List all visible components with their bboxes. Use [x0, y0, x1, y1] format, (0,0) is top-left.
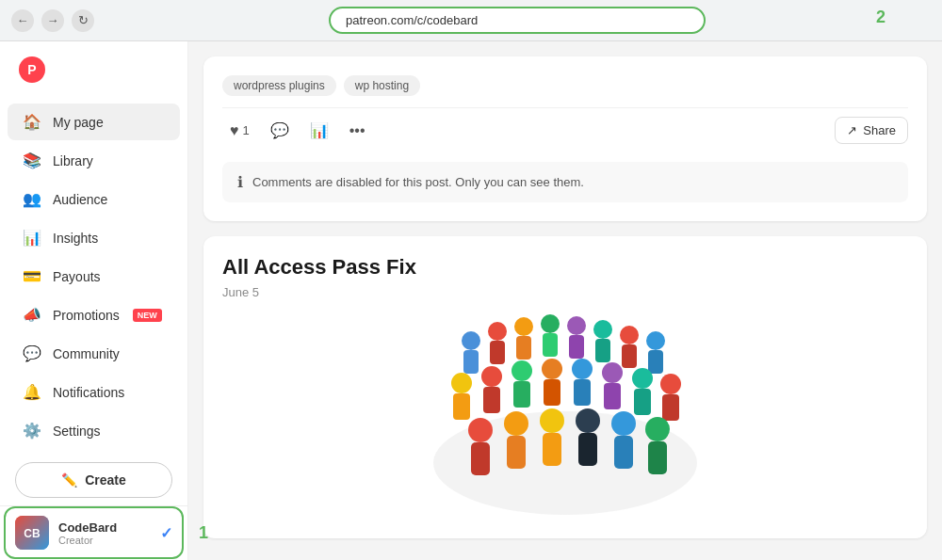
svg-rect-26 — [513, 381, 530, 408]
svg-rect-30 — [574, 379, 591, 406]
svg-point-13 — [567, 316, 586, 335]
comment-button[interactable]: 💬 — [263, 116, 297, 145]
like-icon: ♥ — [230, 122, 239, 139]
svg-rect-24 — [483, 387, 500, 413]
sidebar-item-audience[interactable]: 👥 Audience — [8, 181, 180, 217]
svg-rect-6 — [463, 350, 479, 374]
annotation-2-label: 2 — [876, 8, 885, 27]
svg-point-5 — [462, 331, 480, 350]
sidebar-item-insights[interactable]: 📊 Insights — [8, 219, 180, 256]
sidebar-item-my-page[interactable]: 🏠 My page — [8, 104, 180, 140]
tag-wordpress-plugins[interactable]: wordpress plugins — [222, 75, 336, 96]
svg-rect-10 — [516, 336, 531, 360]
share-button[interactable]: ↗ Share — [835, 117, 908, 144]
sidebar-item-label: Insights — [53, 231, 98, 246]
account-item-creator[interactable]: CB CodeBard Creator ✓ 1 — [0, 506, 187, 559]
sidebar: P 🏠 My page 📚 Library 👥 Audience 📊 Insig… — [0, 41, 188, 560]
sidebar-item-label: Library — [53, 153, 93, 168]
svg-point-41 — [540, 408, 564, 433]
sidebar-item-promotions[interactable]: 📣 Promotions NEW — [8, 296, 180, 333]
account-check-icon: ✓ — [160, 524, 172, 542]
share-label: Share — [863, 123, 896, 137]
create-button[interactable]: ✏️ Create — [15, 462, 172, 498]
more-icon: ••• — [349, 122, 365, 139]
reload-button[interactable]: ↻ — [72, 9, 94, 32]
post-date: June 5 — [222, 285, 908, 299]
stats-button[interactable]: 📊 — [302, 116, 336, 145]
svg-point-33 — [632, 368, 653, 389]
svg-point-27 — [542, 359, 562, 379]
account-role-creator: Creator — [58, 535, 151, 546]
svg-rect-36 — [662, 394, 679, 421]
comments-disabled-banner: ℹ Comments are disabled for this post. O… — [222, 162, 908, 202]
post-card-2: All Access Pass Fix June 5 — [203, 236, 927, 538]
svg-rect-32 — [604, 383, 621, 409]
svg-rect-38 — [471, 442, 490, 475]
svg-point-39 — [504, 411, 528, 436]
svg-point-23 — [481, 366, 502, 387]
payouts-icon: 💳 — [23, 267, 41, 285]
svg-rect-16 — [595, 339, 610, 362]
svg-rect-44 — [578, 433, 597, 466]
sidebar-item-notifications[interactable]: 🔔 Notifications — [8, 374, 180, 410]
svg-point-19 — [646, 331, 665, 350]
main-content: wordpress plugins wp hosting ♥ 1 💬 📊 ••• — [188, 41, 942, 560]
svg-rect-18 — [622, 344, 637, 368]
svg-rect-12 — [543, 333, 558, 357]
insights-icon: 📊 — [23, 229, 41, 247]
sidebar-item-settings[interactable]: ⚙️ Settings — [8, 412, 180, 449]
svg-point-45 — [611, 411, 636, 436]
svg-rect-22 — [453, 393, 470, 420]
address-bar-wrapper — [104, 7, 931, 34]
home-icon: 🏠 — [23, 113, 41, 131]
share-icon: ↗ — [847, 123, 857, 137]
svg-rect-8 — [490, 341, 505, 364]
post-actions: ♥ 1 💬 📊 ••• ↗ Share — [222, 107, 908, 152]
audience-icon: 👥 — [23, 190, 41, 208]
svg-rect-34 — [634, 389, 651, 415]
like-button[interactable]: ♥ 1 — [222, 117, 257, 145]
app-container: P 🏠 My page 📚 Library 👥 Audience 📊 Insig… — [0, 41, 942, 560]
svg-point-15 — [593, 320, 612, 339]
avatar-creator: CB — [15, 516, 49, 550]
community-icon: 💬 — [23, 344, 41, 362]
svg-rect-42 — [543, 433, 561, 466]
svg-rect-20 — [648, 350, 663, 374]
library-icon: 📚 — [23, 152, 41, 169]
comment-icon: 💬 — [270, 121, 289, 139]
svg-point-7 — [488, 322, 507, 341]
svg-rect-48 — [648, 441, 667, 474]
info-icon: ℹ — [237, 173, 243, 191]
post-tags: wordpress plugins wp hosting — [222, 75, 908, 96]
create-label: Create — [85, 472, 126, 488]
forward-button[interactable]: → — [41, 9, 64, 32]
annotation-1-label: 1 — [199, 523, 208, 543]
sidebar-item-label: Payouts — [53, 269, 101, 284]
browser-bar: ← → ↻ 2 — [0, 0, 942, 41]
sidebar-item-label: My page — [53, 115, 104, 130]
create-icon: ✏️ — [61, 472, 77, 488]
post-title: All Access Pass Fix — [222, 255, 908, 280]
sidebar-item-payouts[interactable]: 💳 Payouts — [8, 258, 180, 295]
more-button[interactable]: ••• — [342, 117, 373, 145]
crowd-illustration — [414, 312, 716, 520]
svg-point-35 — [660, 374, 681, 394]
sidebar-logo: P — [0, 41, 187, 98]
svg-point-25 — [512, 360, 532, 381]
svg-point-43 — [576, 408, 600, 433]
browser-controls: ← → ↻ — [11, 9, 94, 32]
svg-point-17 — [620, 326, 639, 344]
sidebar-item-label: Notifications — [53, 385, 124, 400]
promotions-badge: NEW — [133, 309, 162, 322]
tag-wp-hosting[interactable]: wp hosting — [344, 75, 420, 96]
sidebar-item-community[interactable]: 💬 Community — [8, 335, 180, 372]
sidebar-item-label: Settings — [53, 424, 101, 439]
address-bar[interactable] — [329, 7, 706, 34]
svg-rect-46 — [614, 436, 633, 469]
sidebar-nav: 🏠 My page 📚 Library 👥 Audience 📊 Insight… — [0, 98, 187, 455]
svg-point-47 — [645, 417, 670, 441]
sidebar-item-label: Community — [53, 346, 120, 361]
promotions-icon: 📣 — [23, 306, 41, 324]
sidebar-item-library[interactable]: 📚 Library — [8, 142, 180, 179]
back-button[interactable]: ← — [11, 9, 34, 32]
